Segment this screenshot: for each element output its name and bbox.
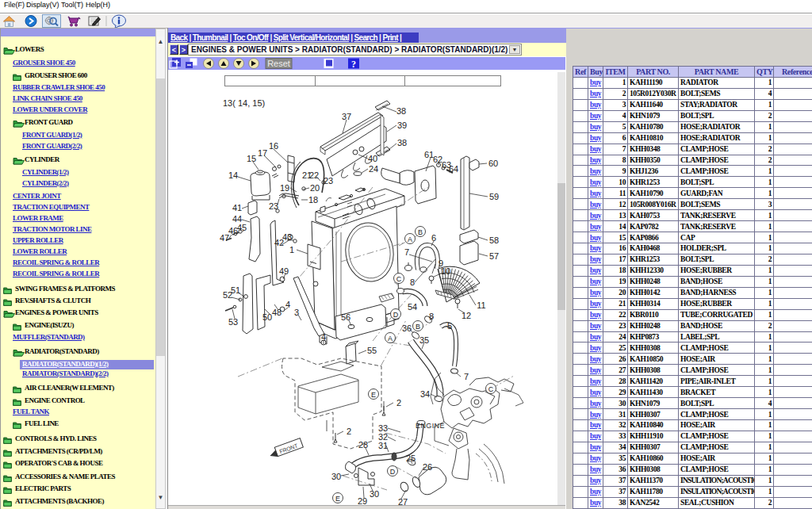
svg-text:46: 46 (228, 226, 238, 235)
svg-text:52: 52 (223, 290, 232, 300)
svg-text:20: 20 (310, 183, 320, 193)
svg-text:30: 30 (331, 472, 341, 481)
svg-text:5: 5 (447, 321, 452, 331)
svg-text:10: 10 (441, 266, 450, 276)
svg-text:1: 1 (289, 245, 294, 254)
svg-text:A: A (408, 235, 412, 243)
svg-text:40: 40 (368, 154, 377, 163)
svg-text:ENGINE: ENGINE (416, 422, 445, 430)
svg-text:A: A (388, 335, 393, 343)
svg-text:17: 17 (258, 148, 267, 158)
svg-text:23: 23 (269, 201, 278, 211)
svg-text:14: 14 (228, 170, 238, 180)
svg-text:22: 22 (309, 170, 319, 180)
svg-text:18: 18 (308, 195, 318, 205)
svg-text:30: 30 (370, 489, 379, 499)
svg-text:13( 14, 15): 13( 14, 15) (223, 98, 265, 108)
svg-text:58: 58 (489, 235, 499, 245)
svg-text:2: 2 (396, 398, 401, 408)
svg-text:39: 39 (397, 121, 407, 130)
svg-text:45: 45 (237, 223, 247, 232)
svg-text:25: 25 (406, 454, 416, 463)
svg-text:41: 41 (232, 203, 242, 212)
svg-text:8: 8 (410, 277, 415, 287)
svg-text:19: 19 (280, 183, 289, 193)
svg-text:53: 53 (228, 317, 238, 327)
svg-text:C: C (396, 275, 402, 283)
svg-text:48: 48 (272, 308, 282, 317)
svg-text:50: 50 (262, 312, 272, 322)
svg-text:42: 42 (274, 238, 284, 247)
svg-text:B: B (416, 323, 420, 331)
svg-text:60: 60 (488, 159, 498, 168)
svg-text:38: 38 (396, 106, 406, 116)
svg-text:34: 34 (420, 389, 430, 399)
svg-text:7: 7 (404, 247, 409, 257)
svg-text:E: E (371, 391, 376, 399)
svg-text:28: 28 (358, 440, 368, 450)
svg-text:64: 64 (449, 164, 458, 174)
svg-text:D: D (393, 311, 399, 319)
svg-text:15: 15 (247, 154, 256, 163)
svg-text:?: ? (351, 59, 356, 70)
svg-text:24: 24 (369, 164, 378, 174)
svg-text:8: 8 (429, 312, 434, 321)
svg-text:47: 47 (220, 233, 229, 243)
svg-text:55: 55 (367, 346, 377, 355)
svg-text:35: 35 (419, 335, 429, 345)
svg-text:2: 2 (347, 427, 351, 436)
svg-text:C: C (488, 385, 494, 393)
svg-text:3: 3 (294, 308, 299, 317)
svg-text:7: 7 (464, 372, 469, 381)
svg-text:49: 49 (279, 266, 289, 276)
svg-text:D: D (390, 468, 396, 476)
svg-text:57: 57 (489, 251, 499, 261)
svg-text:B: B (418, 228, 423, 236)
svg-text:23: 23 (324, 176, 333, 186)
svg-text:11: 11 (477, 300, 485, 310)
svg-text:38: 38 (397, 138, 407, 147)
svg-text:59: 59 (489, 192, 499, 201)
svg-text:36: 36 (402, 323, 412, 333)
svg-text:54: 54 (408, 302, 417, 312)
svg-text:E: E (335, 495, 340, 503)
svg-text:Reset: Reset (267, 59, 290, 68)
